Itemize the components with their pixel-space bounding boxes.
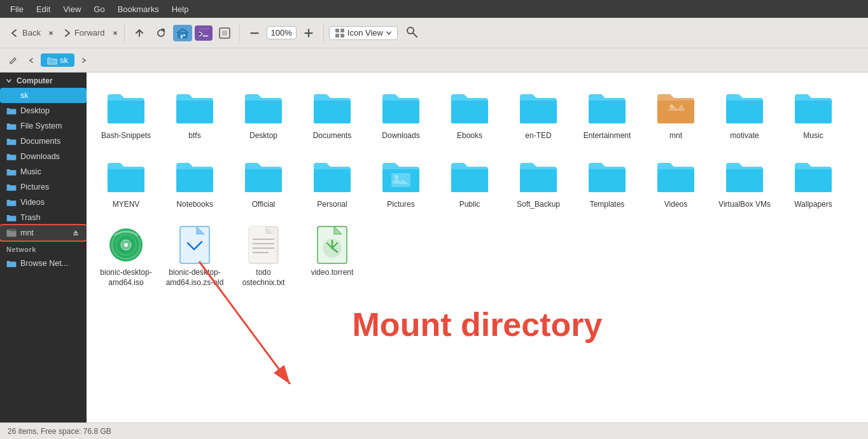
file-icon: [793, 157, 834, 197]
menu-view[interactable]: View: [58, 3, 86, 15]
file-item-bionic-desktop-amd64-iso[interactable]: bionic-desktop-amd64.iso: [94, 220, 158, 293]
back-button[interactable]: Back: [5, 25, 45, 41]
svg-rect-19: [108, 101, 144, 123]
search-button[interactable]: [403, 23, 421, 43]
path-prev-button[interactable]: [24, 54, 38, 67]
menu-bookmarks[interactable]: Bookmarks: [113, 3, 164, 15]
file-item-video-torrent[interactable]: video.torrent: [300, 220, 364, 293]
file-item-motivate[interactable]: motivate: [713, 83, 776, 146]
split-button[interactable]: [215, 25, 234, 41]
menu-go[interactable]: Go: [88, 3, 109, 15]
file-item-pictures[interactable]: Pictures: [369, 151, 433, 215]
status-text: 26 items, Free space: 76.8 GB: [8, 427, 111, 436]
svg-rect-10: [308, 29, 309, 38]
folder-icon-pictures: [6, 183, 17, 192]
file-item-downloads[interactable]: Downloads: [369, 83, 433, 146]
expand-icon: [5, 77, 13, 85]
edit-path-button[interactable]: [5, 54, 22, 67]
file-item-en-ted[interactable]: en-TED: [507, 83, 570, 146]
sidebar-item-sk[interactable]: sk: [0, 88, 87, 103]
forward-button[interactable]: Forward: [57, 25, 109, 41]
file-item-mnt[interactable]: mnt: [644, 83, 708, 146]
file-icon: [174, 157, 215, 197]
file-item-personal[interactable]: Personal: [300, 151, 364, 215]
svg-rect-8: [250, 32, 259, 33]
svg-point-37: [395, 175, 398, 179]
sidebar-item-videos[interactable]: Videos: [0, 195, 87, 210]
view-selector[interactable]: Icon View: [329, 26, 398, 40]
folder-icon-music: [6, 167, 17, 176]
svg-rect-7: [222, 31, 227, 36]
file-icon: [793, 88, 834, 129]
sidebar-item-filesystem[interactable]: File System: [0, 118, 87, 134]
sidebar-label-filesystem: File System: [20, 122, 62, 130]
file-item-virtualbox-vms[interactable]: VirtualBox VMs: [713, 151, 776, 215]
sidebar-label-trash: Trash: [20, 213, 41, 222]
terminal-button[interactable]: [195, 25, 213, 41]
sidebar-label-desktop: Desktop: [20, 106, 50, 115]
file-item-wallpapers[interactable]: Wallpapers: [781, 151, 845, 215]
file-item-soft-backup[interactable]: Soft_Backup: [507, 151, 570, 215]
file-item-ebooks[interactable]: Ebooks: [438, 83, 501, 146]
file-item-bionic-desktop-amd64-iso-zs-old[interactable]: bionic-desktop-amd64.iso.zs-old: [163, 220, 227, 293]
file-item-music[interactable]: Music: [781, 83, 845, 146]
folder-icon-mnt: [6, 228, 17, 237]
path-next-button[interactable]: [77, 54, 91, 67]
sidebar-label-music: Music: [20, 167, 41, 176]
file-label: Videos: [664, 200, 687, 210]
path-next-icon: [81, 56, 87, 65]
file-icon: [106, 225, 146, 265]
folder-icon-videos: [6, 198, 17, 207]
computer-section-header[interactable]: Computer: [0, 73, 87, 88]
file-icon: [587, 88, 627, 129]
menu-edit[interactable]: Edit: [31, 3, 55, 15]
menu-help[interactable]: Help: [167, 3, 194, 15]
up-icon: [134, 27, 145, 39]
file-item-official[interactable]: Official: [232, 151, 295, 215]
sidebar-item-desktop[interactable]: Desktop: [0, 103, 87, 118]
sidebar-item-music[interactable]: Music: [0, 164, 87, 179]
file-item-bash-snippets[interactable]: Bash-Snippets: [94, 83, 158, 146]
file-item-btfs[interactable]: btfs: [163, 83, 227, 146]
up-button[interactable]: [130, 25, 149, 41]
file-icon: [724, 88, 765, 129]
home-button[interactable]: [173, 25, 192, 41]
sidebar-item-downloads[interactable]: Downloads: [0, 149, 87, 164]
menu-file[interactable]: File: [5, 3, 29, 15]
zoom-out-button[interactable]: [245, 25, 264, 41]
eject-icon: [71, 228, 80, 237]
sidebar-label-browse-network: Browse Net...: [20, 259, 68, 268]
file-label: Official: [252, 200, 275, 210]
file-icon: [243, 157, 284, 197]
svg-rect-24: [451, 101, 488, 123]
svg-rect-41: [657, 169, 694, 192]
svg-rect-26: [589, 101, 626, 123]
reload-button[interactable]: [151, 25, 171, 41]
file-item-templates[interactable]: Templates: [575, 151, 639, 215]
svg-rect-22: [314, 101, 351, 123]
sidebar: Computer sk Desktop File System Document…: [0, 73, 87, 422]
file-item-entertainment[interactable]: Entertainment: [575, 83, 639, 146]
sidebar-item-trash[interactable]: Trash: [0, 210, 87, 225]
svg-rect-20: [176, 101, 213, 123]
file-item-myenv[interactable]: MYENV: [94, 151, 158, 215]
file-area: Bash-Snippets btfs Desktop Documents Dow…: [87, 73, 868, 422]
zoom-in-button[interactable]: [299, 25, 318, 41]
svg-rect-38: [451, 169, 488, 192]
file-item-videos[interactable]: Videos: [644, 151, 708, 215]
file-item-todo-ostechnix-txt[interactable]: todo ostechnix.txt: [232, 220, 295, 293]
svg-rect-39: [520, 169, 557, 192]
file-item-notebooks[interactable]: Notebooks: [163, 151, 227, 215]
sidebar-item-pictures[interactable]: Pictures: [0, 179, 87, 195]
file-item-documents[interactable]: Documents: [300, 83, 364, 146]
sidebar-item-mnt[interactable]: mnt: [0, 225, 87, 240]
sidebar-item-browse-network[interactable]: Browse Net...: [0, 256, 87, 271]
file-item-desktop[interactable]: Desktop: [232, 83, 295, 146]
sep3: [323, 24, 324, 42]
sidebar-item-documents[interactable]: Documents: [0, 134, 87, 149]
svg-rect-30: [795, 101, 832, 123]
file-icon: [381, 157, 421, 197]
file-item-public[interactable]: Public: [438, 151, 501, 215]
reload-icon: [155, 27, 167, 39]
file-icon: [449, 157, 490, 197]
